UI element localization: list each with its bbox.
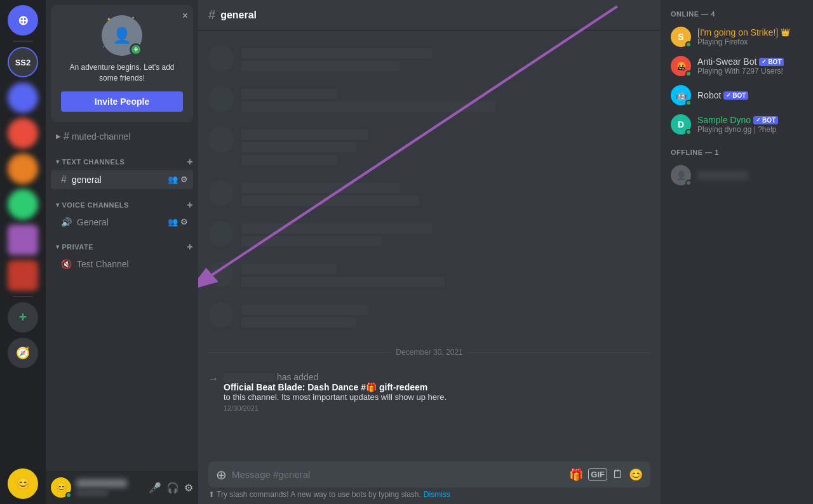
gift-icon[interactable]: 🎁 <box>569 468 583 482</box>
add-member-icon[interactable]: 👥 <box>168 175 178 184</box>
bot-badge-robot: ✓ BOT <box>723 91 748 100</box>
slash-tip-dismiss[interactable]: Dismiss <box>424 490 450 499</box>
add-server-button[interactable]: + <box>8 302 38 333</box>
slash-tip: ⬆ Try slash commands! A new way to use b… <box>208 487 650 499</box>
hash-icon: # <box>61 174 67 185</box>
blurred-name-4 <box>241 183 400 193</box>
add-text-channel-button[interactable]: + <box>187 156 193 168</box>
channel-item-muted[interactable]: ▶ # muted-channel <box>51 127 193 146</box>
member-item-offline-1[interactable]: 👤 <box>666 161 808 189</box>
avatar-blurred-5 <box>208 221 234 246</box>
chevron-down-icon-2: ▾ <box>56 201 60 208</box>
server-icon-blurred-6[interactable] <box>8 260 38 291</box>
chevron-down-icon-3: ▾ <box>56 243 60 250</box>
msg-content-3 <box>241 127 650 168</box>
sparkle-2: ✦ <box>131 15 135 20</box>
user-settings-button[interactable]: ⚙ <box>184 482 193 494</box>
user-status-dot <box>65 492 72 498</box>
user-avatar-server-list[interactable]: 😊 <box>8 468 38 499</box>
user-avatar: 😊 <box>51 477 71 498</box>
voice-settings-icon[interactable]: ⚙ <box>180 217 188 227</box>
chevron-down-icon: ▾ <box>56 158 60 165</box>
add-member-voice-icon[interactable]: 👥 <box>168 217 178 227</box>
mute-button[interactable]: 🎤 <box>149 482 161 494</box>
member-item-dyno[interactable]: D Sample Dyno ✓ BOT Playing dyno.gg | ?h… <box>666 110 808 138</box>
server-icon-blurred-3[interactable] <box>8 154 38 184</box>
message-group-4 <box>208 180 650 208</box>
voice-channels-label: VOICE CHANNELS <box>62 201 129 209</box>
member-name-dyno: Sample Dyno <box>697 115 751 125</box>
checkmark-icon-3: ✓ <box>756 117 761 123</box>
slash-tip-text: ⬆ Try slash commands! A new way to use b… <box>208 490 421 499</box>
avatar-blurred-7 <box>208 302 234 328</box>
msg-content-4 <box>241 180 650 208</box>
member-item-robot[interactable]: 🤖 Robot ✓ BOT <box>666 81 808 109</box>
message-group-3 <box>208 127 650 168</box>
voice-channels-header[interactable]: ▾ VOICE CHANNELS + <box>46 189 198 213</box>
member-name-antiswear: Anti-Swear Bot <box>697 56 756 67</box>
member-name-wrapper-dyno: Sample Dyno ✓ BOT <box>697 115 803 125</box>
member-name-strike: [I'm going on Strike!] <box>697 27 778 37</box>
channel-item-test[interactable]: 🔇 Test Channel <box>51 255 193 273</box>
sticker-icon[interactable]: 🗒 <box>612 468 624 481</box>
server-icon-ss2[interactable]: SS2 <box>8 47 38 77</box>
channel-sidebar: × ✦ ✦ + · 👤 + An adventure begins. Let's… <box>46 0 198 504</box>
message-group-6 <box>208 262 650 289</box>
chevron-right-icon: ▶ <box>56 133 61 140</box>
blurred-name-5 <box>241 223 432 234</box>
msg-content-7 <box>241 302 650 330</box>
member-avatar-dyno: D <box>671 114 691 135</box>
add-private-channel-button[interactable]: + <box>187 241 193 253</box>
date-divider: December 30, 2021 <box>208 348 650 357</box>
avatar-blurred-3 <box>208 127 234 152</box>
discord-home-button[interactable]: ⊕ <box>8 5 38 36</box>
member-status-antiswear: Playing With 7297 Users! <box>697 67 803 76</box>
voice-channel-name: General <box>77 217 109 227</box>
server-icon-blurred-4[interactable] <box>8 189 38 220</box>
channel-name-general: general <box>72 175 102 185</box>
attach-button[interactable]: ⊕ <box>216 467 227 482</box>
system-arrow-icon: → <box>208 373 218 385</box>
close-popup-button[interactable]: × <box>182 10 188 22</box>
blurred-name-6 <box>241 264 337 274</box>
member-item-antiswear[interactable]: 🤬 Anti-Swear Bot ✓ BOT Playing With 7297… <box>666 52 808 80</box>
voice-channel-actions: 👥 ⚙ <box>168 217 188 227</box>
member-name-wrapper-strike: [I'm going on Strike!] 👑 <box>697 27 803 37</box>
add-voice-channel-button[interactable]: + <box>187 199 193 211</box>
server-icon-blurred-2[interactable] <box>8 118 38 149</box>
system-message-header: has added <box>224 372 650 382</box>
channel-item-voice-general[interactable]: 🔊 General 👥 ⚙ <box>51 213 193 231</box>
message-input[interactable] <box>232 461 564 487</box>
server-list: ⊕ SS2 + 🧭 😊 <box>0 0 46 504</box>
gif-button[interactable]: GIF <box>588 468 607 481</box>
private-header[interactable]: ▾ PRIVATE + <box>46 231 198 255</box>
deafen-button[interactable]: 🎧 <box>166 482 179 494</box>
settings-icon[interactable]: ⚙ <box>180 175 188 184</box>
emoji-button[interactable]: 😊 <box>629 468 643 482</box>
channel-item-general[interactable]: # general 👥 ⚙ <box>51 170 193 189</box>
server-icon-blurred-5[interactable] <box>8 225 38 255</box>
member-item-strike[interactable]: S [I'm going on Strike!] 👑 Playing Firef… <box>666 23 808 51</box>
chat-input-area: ⊕ 🎁 GIF 🗒 😊 ⬆ Try slash commands! A new … <box>198 461 661 504</box>
message-group-7 <box>208 302 650 330</box>
channel-actions: 👥 ⚙ <box>168 175 188 184</box>
muted-channel-name: muted-channel <box>72 131 131 142</box>
member-info-offline-1 <box>697 171 803 180</box>
chat-messages: December 30, 2021 → has added Official B… <box>198 30 661 461</box>
member-name-wrapper-robot: Robot ✓ BOT <box>697 90 803 100</box>
popup-tagline: An adventure begins. Let's add some frie… <box>61 62 183 84</box>
text-channels-header[interactable]: ▾ TEXT CHANNELS + <box>46 146 198 170</box>
online-header: ONLINE — 4 <box>666 10 808 18</box>
system-message: → has added Official Beat Blade: Dash Da… <box>208 369 650 414</box>
server-icon-blurred-1[interactable] <box>8 83 38 113</box>
discover-button[interactable]: 🧭 <box>8 338 38 368</box>
msg-content-2 <box>241 86 650 114</box>
user-info <box>76 479 144 496</box>
invite-people-button[interactable]: Invite People <box>61 91 183 112</box>
blurred-text-4 <box>241 196 419 206</box>
member-name-wrapper-antiswear: Anti-Swear Bot ✓ BOT <box>697 56 803 67</box>
member-status-strike: Playing Firefox <box>697 37 803 46</box>
integration-title: Official Beat Blade: Dash Dance #🎁 gift-… <box>224 382 427 392</box>
member-info-antiswear: Anti-Swear Bot ✓ BOT Playing With 7297 U… <box>697 56 803 76</box>
server-divider <box>13 41 33 42</box>
